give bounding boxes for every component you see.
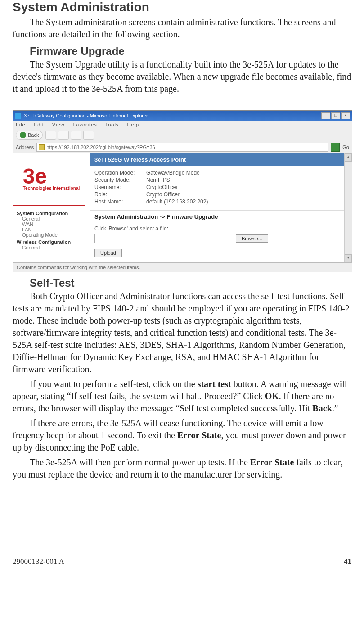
page-content: 3e Technologies International System Con… — [13, 153, 352, 262]
address-url: https://192.168.202.202/cgi-bin/sgateway… — [46, 144, 155, 150]
vertical-scrollbar[interactable] — [344, 153, 352, 262]
para-selftest-2: If you want to perform a self-test, clic… — [13, 378, 351, 415]
heading-system-administration: System Administration — [13, 0, 351, 14]
menu-view[interactable]: View — [52, 122, 65, 127]
toolbar: Back — [13, 129, 352, 141]
upload-hint: Click 'Browse' and select a file: — [94, 225, 340, 232]
menu-edit[interactable]: Edit — [34, 122, 44, 127]
side-nav: System Configuration General WAN LAN Ope… — [13, 206, 90, 254]
label-back: Back — [312, 403, 332, 413]
right-column: 3eTI 525G Wireless Access Point Operatio… — [90, 153, 344, 262]
refresh-button[interactable] — [71, 131, 81, 140]
row-host-name: Host Name:default (192.168.202.202) — [94, 198, 340, 205]
page-footer: 29000132-001 A 41 — [13, 557, 351, 575]
label-error-state-1: Error State — [177, 430, 221, 440]
page-banner: 3eTI 525G Wireless Access Point — [90, 153, 344, 166]
forward-button[interactable] — [45, 131, 56, 140]
heading-firmware-upgrade: Firmware Upgrade — [30, 45, 351, 58]
window-title: 3eTI Gateway Configuration - Microsoft I… — [24, 113, 321, 118]
para-firmware: The System Upgrade utility is a function… — [13, 59, 351, 95]
para-selftest-3: If there are errors, the 3e-525A will ce… — [13, 417, 351, 454]
nav-wireless-general[interactable]: General — [22, 245, 86, 250]
para-sysadmin-intro: The System administration screens contai… — [13, 16, 351, 41]
address-label: Address — [16, 144, 34, 150]
label-error-state-2: Error State — [250, 457, 294, 467]
para-selftest-1: Both Crypto Officer and Administrator fu… — [13, 290, 351, 375]
row-role: Role:Crypto Officer — [94, 191, 340, 198]
nav-group-system-config: System Configuration — [17, 211, 86, 216]
embedded-screenshot: 3eTI Gateway Configuration - Microsoft I… — [13, 110, 351, 272]
section-firmware-upgrade: System Administration -> Firmware Upgrad… — [90, 210, 344, 223]
window-buttons: _ □ × — [321, 112, 350, 119]
nav-operating-mode[interactable]: Operating Mode — [22, 232, 86, 238]
label-ok: OK — [265, 391, 279, 401]
para-selftest-4: The 3e-525A will then perform normal pow… — [13, 456, 351, 481]
browser-status-bar: Contains commands for working with the s… — [13, 262, 352, 272]
window-titlebar: 3eTI Gateway Configuration - Microsoft I… — [13, 111, 352, 121]
home-button[interactable] — [83, 131, 94, 140]
scroll-down-button[interactable] — [345, 254, 352, 262]
nav-group-wireless-config: Wireless Configuration — [17, 239, 86, 245]
menu-help[interactable]: Help — [127, 122, 139, 127]
back-button[interactable]: Back — [16, 131, 43, 140]
left-column: 3e Technologies International System Con… — [13, 153, 90, 262]
nav-lan[interactable]: LAN — [22, 227, 86, 232]
nav-wan[interactable]: WAN — [22, 221, 86, 227]
logo-sub-text: Technologies International — [23, 186, 80, 191]
heading-self-test: Self-Test — [30, 277, 351, 289]
address-bar: Address https://192.168.202.202/cgi-bin/… — [13, 141, 352, 153]
address-field[interactable]: https://192.168.202.202/cgi-bin/sgateway… — [36, 143, 328, 152]
scroll-up-button[interactable] — [345, 153, 352, 162]
stop-button[interactable] — [58, 131, 69, 140]
ie-icon — [15, 113, 21, 119]
go-button[interactable] — [331, 143, 340, 152]
status-text: Contains commands for working with the s… — [17, 265, 140, 270]
menu-tools[interactable]: Tools — [105, 122, 119, 127]
logo-main-text: 3e — [23, 164, 47, 188]
label-start-test: start test — [198, 379, 231, 389]
row-username: Username:CryptoOfficer — [94, 184, 340, 190]
minimize-button[interactable]: _ — [321, 112, 330, 119]
row-operation-mode: Operation Mode:Gateway/Bridge Mode — [94, 170, 340, 176]
doc-number: 29000132-001 A — [13, 557, 64, 566]
menu-favorites[interactable]: Favorites — [73, 122, 97, 127]
row-security-mode: Security Mode:Non-FIPS — [94, 177, 340, 183]
go-label: Go — [342, 144, 349, 150]
menu-bar: File Edit View Favorites Tools Help — [13, 121, 352, 129]
ie-window: 3eTI Gateway Configuration - Microsoft I… — [13, 110, 352, 272]
nav-general[interactable]: General — [22, 216, 86, 221]
upload-button[interactable]: Upload — [94, 249, 122, 257]
browse-button[interactable]: Browse... — [236, 234, 268, 243]
upload-area: Click 'Browse' and select a file: Browse… — [90, 223, 344, 262]
scroll-track[interactable] — [345, 162, 352, 254]
menu-file[interactable]: File — [16, 122, 26, 127]
padlock-icon — [39, 144, 45, 150]
status-table: Operation Mode:Gateway/Bridge Mode Secur… — [90, 166, 344, 210]
close-button[interactable]: × — [341, 112, 350, 119]
vendor-logo: 3e Technologies International — [13, 153, 90, 205]
maximize-button[interactable]: □ — [331, 112, 340, 119]
file-path-input[interactable] — [94, 234, 232, 243]
page-number: 41 — [344, 557, 351, 566]
